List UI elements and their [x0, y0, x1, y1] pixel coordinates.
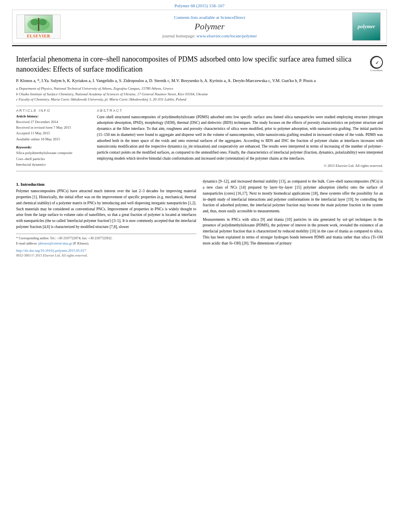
revised-date: Received in revised form 7 May 2015 — [16, 125, 90, 130]
polymer-badge-section: polymer — [350, 12, 383, 41]
para-1-text: Polymer nanocomposites (PNCs) have attra… — [16, 189, 196, 228]
elsevier-brand-text: ELSEVIER — [27, 34, 51, 38]
keyword-2: Core–shell particles — [16, 156, 90, 162]
email-label: E-mail address: — [16, 241, 37, 245]
body-left-column: 1. Introduction Polymer nanocomposites (… — [16, 179, 196, 257]
crossmark-svg: ✓ — [371, 56, 382, 68]
abstract-label: ABSTRACT — [97, 109, 383, 113]
crossmark-label: CrossMark — [370, 69, 383, 72]
homepage-link[interactable]: www.elsevier.com/locate/polymer — [196, 33, 257, 38]
svg-point-2 — [31, 19, 39, 25]
email-address: pklonos@central.ntua.gr — [38, 241, 72, 245]
affiliations-section: a Department of Physics, National Techni… — [16, 86, 383, 103]
crossmark-section: ✓ CrossMark — [370, 56, 383, 72]
section-title-text: Introduction — [21, 182, 45, 187]
science-direct-name: ScienceDirect — [220, 15, 245, 20]
svg-text:✓: ✓ — [375, 60, 379, 65]
elsevier-logo-box: ELSEVIER — [16, 14, 61, 39]
available-date: Available online 18 May 2015 — [16, 136, 90, 142]
footnote-section: * Corresponding author. Tel.: +30 210772… — [16, 234, 196, 246]
abstract-column: ABSTRACT Core–shell structured nanocompo… — [97, 109, 383, 168]
elsevier-image — [25, 15, 53, 33]
svg-point-3 — [39, 19, 47, 25]
page-wrapper: Polymer 68 (2015) 158–167 ELSEVIER Conte… — [0, 0, 399, 532]
body-content: 1. Introduction Polymer nanocomposites (… — [0, 179, 399, 257]
journal-header: ELSEVIER Contents lists available at Sci… — [12, 10, 387, 43]
affiliation-c: c Faculty of Chemistry, Maria Curie–Skło… — [16, 97, 383, 103]
section-number: 1. — [16, 182, 19, 187]
body-right-column: dynamics [9–12], and increased thermal s… — [203, 179, 383, 257]
para-3-text: Measurements in PNCs with silica [9] and… — [203, 218, 383, 245]
info-abstract-columns: ARTICLE INFO Article history: Received 2… — [16, 109, 383, 168]
article-title: Interfacial phenomena in core–shell nano… — [16, 54, 383, 74]
crossmark-icon: ✓ — [370, 56, 383, 69]
copyright-text: © 2015 Elsevier Ltd. All rights reserved… — [97, 164, 383, 168]
authors-line: P. Klonos a, *, I.Ya. Sulym b, K. Kyriak… — [16, 78, 383, 84]
journal-ref-text: Polymer 68 (2015) 158–167 — [175, 3, 224, 8]
abstract-text: Core–shell structured nanocomposites of … — [97, 114, 383, 162]
affiliation-b: b Chuiko Institute of Surface Chemistry,… — [16, 92, 383, 97]
science-direct-label: Contents lists available at ScienceDirec… — [69, 15, 350, 20]
keyword-3: Interfacial dynamics — [16, 162, 90, 167]
journal-name-title: Polymer — [69, 21, 350, 32]
elsevier-tree-icon — [27, 16, 51, 32]
journal-homepage: journal homepage: www.elsevier.com/locat… — [69, 33, 350, 38]
intro-paragraph-3: Measurements in PNCs with silica [9] and… — [203, 217, 383, 246]
email-name: (P. Klonos). — [73, 241, 89, 245]
intro-section-title: 1. Introduction — [16, 182, 196, 187]
article-info-label: ARTICLE INFO — [16, 109, 90, 113]
doi-link[interactable]: http://dx.doi.org/10.1016/j.polymer.2015… — [16, 249, 86, 253]
article-title-section: ✓ CrossMark Interfacial phenomena in cor… — [16, 54, 383, 74]
affiliation-a: a Department of Physics, National Techni… — [16, 86, 383, 92]
journal-header-center: Contents lists available at ScienceDirec… — [69, 15, 350, 38]
journal-reference: Polymer 68 (2015) 158–167 — [0, 0, 399, 10]
intro-paragraph-1: Polymer nanocomposites (PNCs) have attra… — [16, 188, 196, 230]
keywords-section: Keywords: Silica polydimethylsiloxane co… — [16, 145, 90, 167]
article-history-box: Article history: Received 27 December 20… — [16, 114, 90, 142]
article-content: ✓ CrossMark Interfacial phenomena in cor… — [0, 46, 399, 179]
homepage-label-text: journal homepage: — [162, 33, 195, 38]
intro-paragraph-2: dynamics [9–12], and increased thermal s… — [203, 179, 383, 214]
keywords-label: Keywords: — [16, 145, 90, 149]
journal-name-text: Polymer — [195, 21, 225, 31]
divider-1 — [16, 106, 383, 106]
article-history-label: Article history: — [16, 114, 90, 118]
polymer-cover-art: polymer — [353, 13, 380, 40]
keyword-1: Silica polydimethylsiloxane composite — [16, 150, 90, 156]
polymer-cover-image: polymer — [352, 12, 380, 41]
authors-text: P. Klonos a, *, I.Ya. Sulym b, K. Kyriak… — [16, 78, 316, 83]
issn-line: 0032-3861/© 2015 Elsevier Ltd. All right… — [16, 253, 196, 257]
article-info-column: ARTICLE INFO Article history: Received 2… — [16, 109, 90, 168]
email-footnote: E-mail address: pklonos@central.ntua.gr … — [16, 241, 196, 246]
received-date: Received 27 December 2014 — [16, 119, 90, 125]
accepted-date: Accepted 11 May 2015 — [16, 130, 90, 136]
doi-section: http://dx.doi.org/10.1016/j.polymer.2015… — [16, 248, 196, 253]
contents-label: Contents lists available at — [174, 15, 219, 20]
corresponding-author-note: * Corresponding author. Tel.: +30 210772… — [16, 236, 196, 241]
elsevier-logo-section: ELSEVIER — [16, 14, 69, 39]
divider-2 — [16, 171, 383, 171]
